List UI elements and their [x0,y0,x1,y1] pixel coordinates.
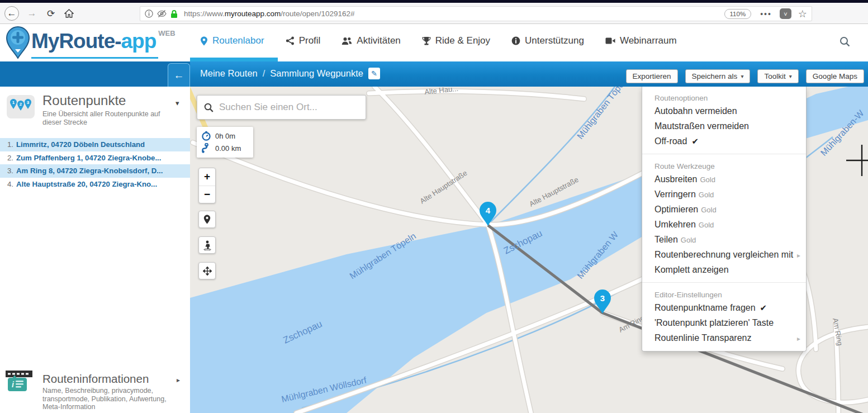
gold-badge: Gold [700,175,715,184]
browser-home-button[interactable] [61,6,76,21]
export-button[interactable]: Exportieren [626,69,678,83]
nav-unterstuetzung[interactable]: Unterstützung [511,35,584,46]
svg-text:Mühlgraben Töpeln: Mühlgraben Töpeln [575,87,630,141]
menu-item-teilen[interactable]: TeilenGold [642,232,806,248]
zoom-out-button[interactable]: − [199,186,215,203]
logo-web-superscript: WEB [158,29,175,37]
nav-routenlabor[interactable]: Routenlabor [200,35,264,46]
svg-text:2: 2 [20,102,22,107]
home-icon [64,9,74,18]
edit-route-name-button[interactable]: ✎ [368,68,380,79]
distance-icon [201,143,211,153]
nav-aktivitaeten[interactable]: Aktivitäten [341,35,400,46]
browser-toolbar: ← → ⟳ https://www.myrouteapp.com/route/o… [0,3,868,24]
browser-forward-button[interactable]: → [25,6,39,21]
menu-item-optimieren[interactable]: OptimierenGold [642,202,806,217]
browser-refresh-button[interactable]: ⟳ [44,6,58,21]
breadcrumb-separator: / [263,68,265,79]
logo-pin-icon [4,26,31,59]
submenu-arrow-icon: ▸ [797,335,800,343]
routepoint-label: Zum Pfaffenberg 1, 04720 Ziegra-Knobe... [16,154,161,162]
routepoints-list: 1.Limmritz, 04720 Döbeln Deutschland 2.Z… [0,138,190,191]
duration-icon [201,131,211,141]
video-camera-icon [605,37,615,45]
menu-item-umkehren[interactable]: UmkehrenGold [642,217,806,232]
crosshair-cursor [846,145,868,176]
menu-item-routenlinie-transparenz[interactable]: Routenlinie Transparenz▸ [642,331,806,346]
nav-ride-enjoy[interactable]: Ride & Enjoy [422,35,490,46]
nav-label: Unterstützung [525,35,584,46]
trophy-icon [422,36,431,46]
svg-text:3: 3 [600,293,605,303]
nav-label: Aktivitäten [357,35,400,46]
menu-item-off-road[interactable]: Off-road✔ [642,134,806,149]
routeinfo-title: Routeninformationen [42,372,149,386]
save-as-button[interactable]: Speichern als▾ [685,69,751,83]
routepoint-item-3[interactable]: 3.Am Ring 8, 04720 Ziegra-Knobelsdorf, D… [0,164,190,178]
header-search-button[interactable] [839,36,850,49]
page-actions-icon[interactable]: ••• [760,10,772,18]
map-search-input[interactable] [219,102,359,113]
menu-item-routenberechnung-vergleichen[interactable]: Routenberechnung vergleichen mit▸ [642,248,806,263]
nav-webinarraum[interactable]: Webinarraum [605,35,677,46]
routepoint-item-1[interactable]: 1.Limmritz, 04720 Döbeln Deutschland [0,138,190,151]
routeinfo-expand-button[interactable]: ▸ [177,376,180,384]
toolkit-dropdown-menu: Routenoptionen Autobahn vermeiden Mautst… [642,87,807,352]
routeinfo-icon: i [4,369,34,395]
toolbar-buttons: Exportieren Speichern als▾ Toolkit▾ Goog… [626,69,864,83]
menu-item-mautstrassen-vermeiden[interactable]: Mautstraßen vermeiden [642,119,806,134]
nav-profil[interactable]: Profil [286,35,321,46]
sidebar: 123 Routenpunkte Eine Übersicht aller Ro… [0,87,190,413]
app-logo[interactable]: MyRoute-app WEB [4,26,176,59]
browser-back-button[interactable]: ← [4,6,19,21]
menu-item-routenpunktname-fragen[interactable]: Routenpunktname fragen✔ [642,301,806,316]
gold-badge: Gold [699,191,714,199]
svg-text:3: 3 [27,100,30,105]
menu-item-routenpunkt-platzieren[interactable]: 'Routenpunkt platzieren' Taste [642,316,806,331]
breadcrumb-my-routes[interactable]: Meine Routen [200,68,258,79]
collapse-sidebar-button[interactable]: ← [168,63,190,87]
place-marker-button[interactable] [198,211,216,228]
nav-label: Profil [299,35,321,46]
menu-item-komplett-anzeigen[interactable]: Komplett anzeigen [642,263,806,278]
map-pin-icon [200,36,208,46]
gold-badge: Gold [699,221,714,229]
routepoint-item-4[interactable]: 4.Alte Hauptstraße 20, 04720 Ziegra-Kno.… [0,178,190,191]
caret-down-icon: ▾ [741,73,743,79]
routepoint-item-2[interactable]: 2.Zum Pfaffenberg 1, 04720 Ziegra-Knobe.… [0,151,190,165]
routeinfo-subtitle: Name, Beschreibung, privacymode, transpo… [42,387,183,411]
pan-mode-button[interactable] [198,262,216,279]
routepoint-label: Alte Hauptstraße 20, 04720 Ziegra-Kno... [16,180,157,188]
share-icon [286,36,295,45]
pocket-icon[interactable]: ˅ [780,8,791,19]
menu-item-autobahn-vermeiden[interactable]: Autobahn vermeiden [642,104,806,119]
page-info-icon[interactable] [145,10,153,18]
routepoints-collapse-button[interactable]: ▾ [176,99,179,107]
pegman-icon [203,240,211,250]
submenu-arrow-icon: ▸ [797,251,800,259]
map-search-box[interactable] [197,95,366,120]
toolkit-button[interactable]: Toolkit▾ [757,69,798,83]
svg-text:4: 4 [486,206,491,215]
streetview-pegman-button[interactable] [198,236,216,254]
svg-text:Alte Hau...: Alte Hau... [424,87,459,96]
secure-lock-icon[interactable] [170,10,178,18]
tracking-protection-icon[interactable] [157,10,167,18]
menu-item-ausbreiten[interactable]: AusbreitenGold [642,172,806,187]
zoom-level-badge[interactable]: 110% [724,9,752,19]
breadcrumb: Meine Routen / Sammlung Wegpunkte ✎ [200,68,380,79]
zoom-in-button[interactable]: + [199,168,215,186]
nav-label: Routenlabor [212,35,264,46]
caret-down-icon: ▾ [789,73,792,79]
routepoints-title: Routenpunkte [42,93,126,108]
menu-item-verringern[interactable]: VerringernGold [642,187,806,202]
marker-icon [203,215,211,224]
search-icon [204,103,214,112]
breadcrumb-route-name[interactable]: Sammlung Wegpunkte [270,68,363,79]
route-toolbar-left [0,61,190,87]
route-stats-box: 0h 0m 0.00 km [197,127,253,158]
url-bar[interactable]: https://www.myrouteapp.com/route/open/10… [140,6,812,21]
google-maps-button[interactable]: Google Maps [806,69,864,83]
bookmark-star-icon[interactable]: ☆ [798,8,807,20]
routepoints-icon: 123 [7,95,35,118]
